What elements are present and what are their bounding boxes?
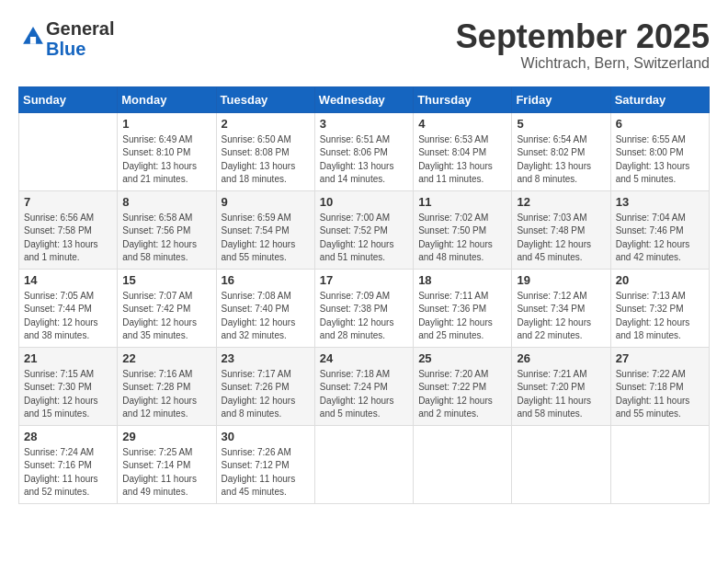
calendar-table: SundayMondayTuesdayWednesdayThursdayFrid… [18, 86, 710, 504]
day-number: 9 [222, 195, 310, 209]
weekday-header-thursday: Thursday [414, 86, 512, 112]
weekday-header-friday: Friday [512, 86, 610, 112]
day-number: 24 [320, 351, 408, 365]
calendar-cell: 21Sunrise: 7:15 AM Sunset: 7:30 PM Dayli… [19, 347, 118, 425]
day-number: 16 [222, 273, 310, 287]
calendar-cell: 1Sunrise: 6:49 AM Sunset: 8:10 PM Daylig… [118, 112, 216, 190]
day-number: 25 [418, 351, 506, 365]
day-info: Sunrise: 7:03 AM Sunset: 7:48 PM Dayligh… [517, 212, 605, 265]
day-info: Sunrise: 7:21 AM Sunset: 7:20 PM Dayligh… [517, 368, 605, 421]
calendar-cell [512, 425, 610, 503]
day-number: 8 [122, 195, 210, 209]
day-info: Sunrise: 7:12 AM Sunset: 7:34 PM Dayligh… [517, 290, 605, 343]
day-number: 2 [222, 117, 310, 131]
day-info: Sunrise: 7:13 AM Sunset: 7:32 PM Dayligh… [616, 290, 704, 343]
calendar-body: 1Sunrise: 6:49 AM Sunset: 8:10 PM Daylig… [19, 112, 710, 503]
calendar-week-3: 14Sunrise: 7:05 AM Sunset: 7:44 PM Dayli… [19, 269, 710, 347]
day-info: Sunrise: 7:18 AM Sunset: 7:24 PM Dayligh… [320, 368, 408, 421]
day-info: Sunrise: 7:20 AM Sunset: 7:22 PM Dayligh… [418, 368, 506, 421]
day-number: 21 [24, 351, 112, 365]
calendar-cell: 2Sunrise: 6:50 AM Sunset: 8:08 PM Daylig… [216, 112, 314, 190]
calendar-cell: 7Sunrise: 6:56 AM Sunset: 7:58 PM Daylig… [19, 190, 118, 269]
day-number: 4 [418, 117, 506, 131]
calendar-cell: 3Sunrise: 6:51 AM Sunset: 8:06 PM Daylig… [314, 112, 413, 190]
day-number: 26 [517, 351, 605, 365]
day-info: Sunrise: 7:11 AM Sunset: 7:36 PM Dayligh… [418, 290, 506, 343]
calendar-cell: 17Sunrise: 7:09 AM Sunset: 7:38 PM Dayli… [314, 269, 413, 347]
month-title: September 2025 [456, 18, 710, 55]
calendar-cell [314, 425, 413, 503]
day-number: 7 [24, 195, 112, 209]
day-info: Sunrise: 6:51 AM Sunset: 8:06 PM Dayligh… [320, 133, 408, 187]
day-info: Sunrise: 7:00 AM Sunset: 7:52 PM Dayligh… [320, 212, 408, 265]
calendar-cell: 11Sunrise: 7:02 AM Sunset: 7:50 PM Dayli… [414, 190, 512, 269]
calendar-week-1: 1Sunrise: 6:49 AM Sunset: 8:10 PM Daylig… [19, 112, 710, 190]
day-number: 14 [24, 273, 112, 287]
day-info: Sunrise: 7:04 AM Sunset: 7:46 PM Dayligh… [616, 212, 704, 265]
calendar-week-4: 21Sunrise: 7:15 AM Sunset: 7:30 PM Dayli… [19, 347, 710, 425]
calendar-cell: 25Sunrise: 7:20 AM Sunset: 7:22 PM Dayli… [414, 347, 512, 425]
svg-rect-1 [30, 37, 36, 44]
day-number: 23 [222, 351, 310, 365]
calendar-cell: 10Sunrise: 7:00 AM Sunset: 7:52 PM Dayli… [314, 190, 413, 269]
day-info: Sunrise: 7:17 AM Sunset: 7:26 PM Dayligh… [222, 368, 310, 421]
day-info: Sunrise: 6:53 AM Sunset: 8:04 PM Dayligh… [418, 133, 506, 187]
day-number: 19 [517, 273, 605, 287]
calendar-cell [414, 425, 512, 503]
logo-icon [20, 24, 46, 50]
calendar-cell: 18Sunrise: 7:11 AM Sunset: 7:36 PM Dayli… [414, 269, 512, 347]
calendar-cell: 9Sunrise: 6:59 AM Sunset: 7:54 PM Daylig… [216, 190, 314, 269]
logo-blue: Blue [46, 39, 114, 59]
calendar-cell: 8Sunrise: 6:58 AM Sunset: 7:56 PM Daylig… [118, 190, 216, 269]
weekday-header-monday: Monday [118, 86, 216, 112]
calendar-week-2: 7Sunrise: 6:56 AM Sunset: 7:58 PM Daylig… [19, 190, 710, 269]
day-number: 22 [122, 351, 210, 365]
page-header: General Blue September 2025 Wichtrach, B… [18, 18, 710, 72]
title-block: September 2025 Wichtrach, Bern, Switzerl… [456, 18, 710, 72]
day-number: 12 [517, 195, 605, 209]
location: Wichtrach, Bern, Switzerland [456, 55, 710, 72]
day-info: Sunrise: 7:22 AM Sunset: 7:18 PM Dayligh… [616, 368, 704, 421]
calendar-cell: 26Sunrise: 7:21 AM Sunset: 7:20 PM Dayli… [512, 347, 610, 425]
day-number: 18 [418, 273, 506, 287]
weekday-header-tuesday: Tuesday [216, 86, 314, 112]
day-info: Sunrise: 7:05 AM Sunset: 7:44 PM Dayligh… [24, 290, 112, 343]
day-number: 17 [320, 273, 408, 287]
calendar-cell: 19Sunrise: 7:12 AM Sunset: 7:34 PM Dayli… [512, 269, 610, 347]
calendar-cell: 16Sunrise: 7:08 AM Sunset: 7:40 PM Dayli… [216, 269, 314, 347]
day-info: Sunrise: 6:56 AM Sunset: 7:58 PM Dayligh… [24, 212, 112, 265]
day-info: Sunrise: 7:24 AM Sunset: 7:16 PM Dayligh… [24, 446, 112, 500]
day-number: 27 [616, 351, 704, 365]
day-info: Sunrise: 6:55 AM Sunset: 8:00 PM Dayligh… [616, 133, 704, 187]
day-number: 3 [320, 117, 408, 131]
calendar-cell: 13Sunrise: 7:04 AM Sunset: 7:46 PM Dayli… [610, 190, 709, 269]
calendar-cell: 23Sunrise: 7:17 AM Sunset: 7:26 PM Dayli… [216, 347, 314, 425]
calendar-cell: 6Sunrise: 6:55 AM Sunset: 8:00 PM Daylig… [610, 112, 709, 190]
day-number: 20 [616, 273, 704, 287]
day-number: 10 [320, 195, 408, 209]
day-info: Sunrise: 7:16 AM Sunset: 7:28 PM Dayligh… [122, 368, 210, 421]
calendar-cell: 30Sunrise: 7:26 AM Sunset: 7:12 PM Dayli… [216, 425, 314, 503]
calendar-week-5: 28Sunrise: 7:24 AM Sunset: 7:16 PM Dayli… [19, 425, 710, 503]
day-number: 13 [616, 195, 704, 209]
calendar-cell: 15Sunrise: 7:07 AM Sunset: 7:42 PM Dayli… [118, 269, 216, 347]
calendar-cell: 29Sunrise: 7:25 AM Sunset: 7:14 PM Dayli… [118, 425, 216, 503]
weekday-header-wednesday: Wednesday [314, 86, 413, 112]
day-info: Sunrise: 6:58 AM Sunset: 7:56 PM Dayligh… [122, 212, 210, 265]
day-info: Sunrise: 7:15 AM Sunset: 7:30 PM Dayligh… [24, 368, 112, 421]
calendar-cell: 22Sunrise: 7:16 AM Sunset: 7:28 PM Dayli… [118, 347, 216, 425]
calendar-cell: 14Sunrise: 7:05 AM Sunset: 7:44 PM Dayli… [19, 269, 118, 347]
calendar-cell: 28Sunrise: 7:24 AM Sunset: 7:16 PM Dayli… [19, 425, 118, 503]
day-number: 15 [122, 273, 210, 287]
calendar-cell: 12Sunrise: 7:03 AM Sunset: 7:48 PM Dayli… [512, 190, 610, 269]
logo: General Blue [18, 18, 114, 59]
day-number: 29 [122, 430, 210, 443]
weekday-header-sunday: Sunday [19, 86, 118, 112]
day-info: Sunrise: 7:02 AM Sunset: 7:50 PM Dayligh… [418, 212, 506, 265]
day-info: Sunrise: 7:07 AM Sunset: 7:42 PM Dayligh… [122, 290, 210, 343]
day-info: Sunrise: 6:49 AM Sunset: 8:10 PM Dayligh… [122, 133, 210, 187]
calendar-cell: 24Sunrise: 7:18 AM Sunset: 7:24 PM Dayli… [314, 347, 413, 425]
day-number: 30 [222, 430, 310, 443]
day-number: 11 [418, 195, 506, 209]
day-info: Sunrise: 6:50 AM Sunset: 8:08 PM Dayligh… [222, 133, 310, 187]
